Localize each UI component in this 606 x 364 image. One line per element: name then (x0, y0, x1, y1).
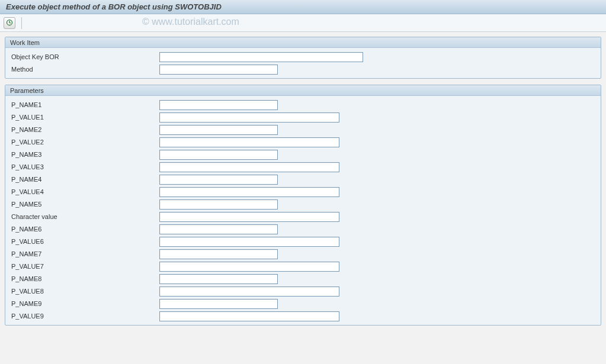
label-pname6: P_NAME6 (10, 226, 159, 233)
label-pvalue6: P_VALUE6 (10, 238, 159, 245)
field-row-pname1: P_NAME1 (10, 99, 596, 111)
field-row-charval: Character value (10, 211, 596, 223)
input-pname9[interactable] (159, 299, 278, 309)
page-title: Execute object method of a BOR object us… (6, 2, 222, 11)
field-row-object-key-bor: Object Key BOR (10, 51, 596, 63)
input-pvalue3[interactable] (159, 162, 339, 172)
label-pvalue1: P_VALUE1 (10, 114, 159, 121)
label-pvalue4: P_VALUE4 (10, 188, 159, 195)
input-pname2[interactable] (159, 125, 278, 135)
label-pvalue2: P_VALUE2 (10, 138, 159, 146)
input-pname7[interactable] (159, 249, 278, 259)
field-row-pname9: P_NAME9 (10, 298, 596, 310)
input-method[interactable] (159, 65, 278, 75)
field-row-pvalue4: P_VALUE4 (10, 186, 596, 198)
group-title-work-item: Work Item (10, 39, 40, 46)
page-title-bar: Execute object method of a BOR object us… (0, 0, 606, 14)
field-row-pvalue6: P_VALUE6 (10, 236, 596, 247)
label-pvalue8: P_VALUE8 (10, 288, 159, 295)
input-pname5[interactable] (159, 199, 278, 210)
group-body-parameters: P_NAME1 P_VALUE1 P_NAME2 P_VALUE2 P_NAME… (5, 96, 601, 325)
field-row-pname6: P_NAME6 (10, 223, 596, 235)
label-object-key-bor: Object Key BOR (10, 53, 159, 60)
watermark-text: © www.tutorialkart.com (142, 17, 239, 27)
input-pvalue1[interactable] (159, 112, 339, 123)
label-pname9: P_NAME9 (10, 300, 159, 307)
label-pname3: P_NAME3 (10, 151, 159, 158)
label-pname7: P_NAME7 (10, 250, 159, 257)
label-pname2: P_NAME2 (10, 126, 159, 133)
field-row-pvalue7: P_VALUE7 (10, 260, 596, 272)
field-row-pname8: P_NAME8 (10, 273, 596, 285)
field-row-pname5: P_NAME5 (10, 198, 596, 210)
label-pname8: P_NAME8 (10, 275, 159, 282)
label-pname4: P_NAME4 (10, 176, 159, 183)
input-pvalue2[interactable] (159, 137, 339, 147)
input-pname8[interactable] (159, 274, 278, 284)
input-pvalue9[interactable] (159, 311, 339, 321)
label-pvalue7: P_VALUE7 (10, 263, 159, 270)
group-header-parameters: Parameters (5, 85, 601, 96)
field-row-method: Method (10, 63, 596, 75)
input-pname6[interactable] (159, 224, 278, 234)
input-pname1[interactable] (159, 100, 278, 110)
input-pvalue7[interactable] (159, 262, 339, 272)
group-header-work-item: Work Item (5, 37, 601, 48)
input-pname4[interactable] (159, 175, 278, 185)
input-pvalue6[interactable] (159, 237, 339, 247)
label-charval: Character value (10, 213, 159, 220)
label-pvalue9: P_VALUE9 (10, 313, 159, 320)
field-row-pvalue3: P_VALUE3 (10, 161, 596, 173)
input-charval[interactable] (159, 212, 339, 222)
input-pname3[interactable] (159, 150, 278, 160)
group-title-parameters: Parameters (10, 87, 44, 94)
field-row-pname4: P_NAME4 (10, 173, 596, 185)
execute-clock-icon (6, 19, 13, 27)
group-parameters: Parameters P_NAME1 P_VALUE1 P_NAME2 P_VA… (5, 85, 601, 326)
field-row-pname2: P_NAME2 (10, 124, 596, 136)
label-pname5: P_NAME5 (10, 201, 159, 208)
label-method: Method (10, 66, 159, 73)
group-work-item: Work Item Object Key BOR Method (5, 37, 601, 79)
label-pname1: P_NAME1 (10, 101, 159, 108)
field-row-pname7: P_NAME7 (10, 248, 596, 260)
content-area: Work Item Object Key BOR Method Paramete… (0, 32, 606, 336)
label-pvalue3: P_VALUE3 (10, 163, 159, 170)
toolbar: © www.tutorialkart.com (0, 14, 606, 32)
group-body-work-item: Object Key BOR Method (5, 48, 601, 78)
input-pvalue4[interactable] (159, 187, 339, 197)
field-row-pvalue1: P_VALUE1 (10, 111, 596, 123)
field-row-pvalue2: P_VALUE2 (10, 136, 596, 148)
execute-button[interactable] (4, 17, 15, 29)
field-row-pvalue9: P_VALUE9 (10, 310, 596, 322)
toolbar-separator (21, 17, 22, 29)
field-row-pvalue8: P_VALUE8 (10, 285, 596, 297)
input-object-key-bor[interactable] (159, 52, 363, 62)
input-pvalue8[interactable] (159, 286, 339, 297)
field-row-pname3: P_NAME3 (10, 149, 596, 160)
